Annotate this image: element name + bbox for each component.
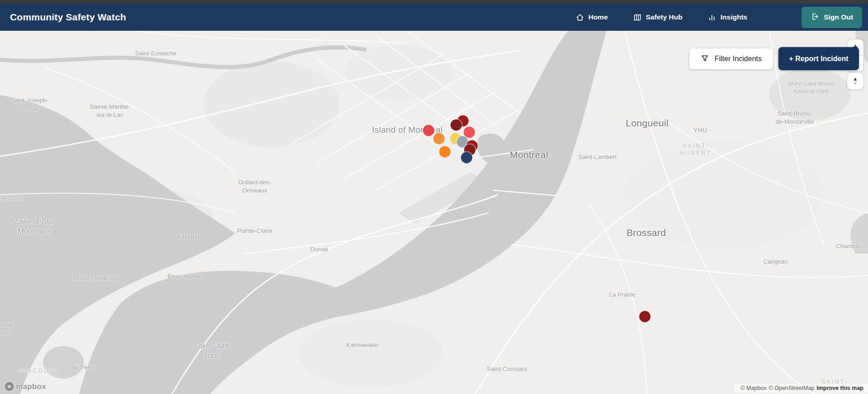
map-canvas[interactable]: Saint-EustacheSaint-Joseph- du-LacSainte…	[0, 31, 868, 394]
incident-marker[interactable]	[464, 127, 475, 138]
incident-marker[interactable]	[434, 133, 445, 144]
map-pitch-control[interactable]: ▲ ▼	[847, 72, 863, 90]
map-geography	[0, 31, 868, 394]
incident-marker[interactable]	[461, 152, 472, 163]
mapbox-logo-icon: ✶	[5, 382, 14, 391]
map-icon	[633, 13, 642, 22]
incident-marker[interactable]	[439, 146, 451, 158]
window-top-strip	[0, 0, 868, 4]
mapbox-attribution-link[interactable]: © Mapbox	[740, 385, 766, 391]
page-title: Community Safety Watch	[10, 12, 126, 23]
sign-out-button[interactable]: Sign Out	[801, 7, 862, 28]
mapbox-logo[interactable]: ✶ mapbox	[5, 382, 46, 391]
nav-item-label: Safety Hub	[646, 13, 682, 21]
nav-item-safety-hub[interactable]: Safety Hub	[633, 13, 682, 22]
incident-marker[interactable]	[423, 125, 434, 136]
home-icon	[576, 13, 584, 22]
incident-marker[interactable]	[451, 120, 462, 131]
map-attribution: © Mapbox © OpenStreetMap Improve this ma…	[734, 384, 868, 393]
sign-out-label: Sign Out	[824, 13, 853, 21]
mapbox-logo-wordmark: mapbox	[16, 382, 46, 391]
nav-item-label: Insights	[720, 13, 747, 21]
nav-item-label: Home	[588, 13, 608, 21]
pitch-down-icon[interactable]: ▼	[853, 81, 858, 86]
bar-chart-icon	[708, 13, 716, 22]
filter-incidents-button[interactable]: Filter Incidents	[689, 48, 773, 69]
nav-item-home[interactable]: Home	[576, 13, 608, 22]
app-window: Saint-EustacheSaint-Joseph- du-LacSainte…	[0, 0, 868, 394]
report-incident-button[interactable]: + Report Incident	[778, 47, 859, 70]
osm-attribution-link[interactable]: © OpenStreetMap	[769, 385, 815, 391]
improve-map-link[interactable]: Improve this map	[817, 385, 864, 391]
main-nav: HomeSafety HubInsights Sign Out	[576, 4, 862, 31]
app-header: Community Safety Watch HomeSafety HubIns…	[0, 4, 868, 31]
sign-out-icon	[811, 12, 819, 23]
filter-funnel-icon	[701, 54, 709, 64]
incident-marker[interactable]	[639, 311, 651, 322]
report-incident-label: + Report Incident	[789, 55, 848, 63]
nav-item-insights[interactable]: Insights	[708, 13, 747, 22]
filter-incidents-label: Filter Incidents	[715, 55, 762, 63]
